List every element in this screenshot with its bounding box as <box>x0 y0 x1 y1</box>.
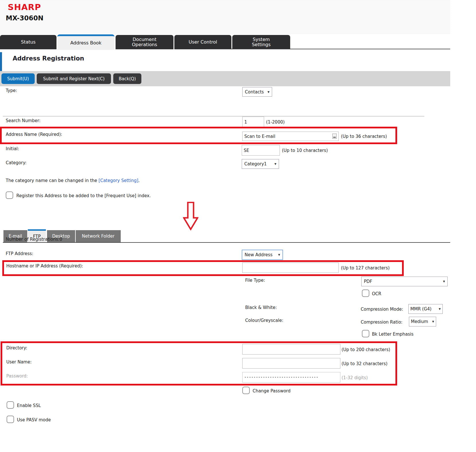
change-password-checkbox[interactable] <box>242 387 250 394</box>
frequent-use-label: Register this Address to be added to the… <box>16 193 151 198</box>
tab-system-settings[interactable]: System Settings <box>232 35 290 49</box>
initial-label: Initial: <box>6 146 19 151</box>
category-select-value: Category1 <box>244 161 267 167</box>
tab-document-operations[interactable]: Document Operations <box>116 35 173 49</box>
use-pasv-label: Use PASV mode <box>17 417 51 422</box>
input-assist-icon[interactable] <box>332 134 337 139</box>
change-password-label: Change Password <box>253 388 290 394</box>
page-title: Address Registration <box>13 55 84 62</box>
submit-button[interactable]: Submit(U) <box>1 73 35 84</box>
header <box>0 0 450 34</box>
use-pasv-checkbox[interactable] <box>7 416 14 423</box>
file-type-select[interactable]: PDF ▼ <box>361 277 448 286</box>
submit-and-register-next-button[interactable]: Submit and Register Next(C) <box>37 73 111 84</box>
bk-letter-emphasis-label: Bk Letter Emphasis <box>372 332 413 337</box>
tab-user-control[interactable]: User Control <box>174 35 231 49</box>
category-note: The category name can be changed in the … <box>6 178 140 183</box>
address-registration-page: SHARP MX-3060N Status Address Book Docum… <box>0 0 476 452</box>
hostname-label: Hostname or IP Address (Required): <box>6 263 83 269</box>
frequent-use-checkbox[interactable] <box>6 191 13 199</box>
password-input <box>242 372 340 383</box>
hostname-hint: (Up to 127 characters) <box>341 265 390 271</box>
black-white-label: Black & White: <box>245 305 277 310</box>
registrations-count-label: Number of Registrations:0 <box>6 237 62 242</box>
username-label: User Name: <box>6 359 32 365</box>
search-number-label: Search Number: <box>6 118 40 123</box>
compression-ratio-select[interactable]: Medium ▼ <box>409 317 436 326</box>
hostname-input[interactable] <box>242 263 339 273</box>
address-name-label: Address Name (Required): <box>6 132 62 137</box>
initial-hint: (Up to 10 characters) <box>282 148 328 153</box>
compression-mode-label: Compression Mode: <box>361 307 403 312</box>
directory-hint: (Up to 200 characters) <box>342 347 390 352</box>
password-hint: (1-32 digits) <box>342 375 368 380</box>
compression-ratio-label: Compression Ratio: <box>361 320 403 325</box>
enable-ssl-label: Enable SSL <box>17 403 41 408</box>
chevron-down-icon: ▼ <box>276 253 280 256</box>
ocr-label: OCR <box>372 291 381 296</box>
type-label: Type: <box>6 88 17 93</box>
address-name-input[interactable] <box>242 132 339 141</box>
colour-greyscale-label: Colour/Greyscale: <box>245 318 283 323</box>
type-select[interactable]: Contacts ▼ <box>242 87 272 97</box>
main-tab-bar: Status Address Book Document Operations … <box>0 34 450 49</box>
username-input[interactable] <box>242 358 340 369</box>
chevron-down-icon: ▼ <box>436 308 441 310</box>
chevron-down-icon: ▼ <box>430 320 434 323</box>
action-toolbar: Submit(U) Submit and Register Next(C) Ba… <box>0 71 450 86</box>
subtab-underline <box>3 242 450 243</box>
tab-status[interactable]: Status <box>0 35 56 49</box>
device-model: MX-3060N <box>6 14 44 22</box>
compression-mode-select[interactable]: MMR (G4) ▼ <box>408 304 443 314</box>
search-number-input[interactable] <box>242 117 264 127</box>
chevron-down-icon: ▼ <box>272 163 276 165</box>
back-button[interactable]: Back(Q) <box>113 73 141 84</box>
ftp-address-select[interactable]: New Address ▼ <box>242 250 283 260</box>
title-accent-bar <box>0 52 2 71</box>
tab-underline <box>206 49 450 49</box>
search-number-hint: (1-2000) <box>266 120 285 125</box>
ftp-address-label: FTP Address: <box>6 251 33 256</box>
section-divider <box>3 116 424 116</box>
category-label: Category: <box>6 160 26 165</box>
directory-input[interactable] <box>242 344 340 355</box>
ftp-address-select-value: New Address <box>245 252 272 257</box>
type-select-value: Contacts <box>245 89 264 95</box>
category-note-suffix: . <box>138 178 140 183</box>
category-setting-link[interactable]: [Category Setting] <box>99 178 138 183</box>
initial-input[interactable] <box>242 145 280 156</box>
chevron-down-icon: ▼ <box>441 280 445 283</box>
category-select[interactable]: Category1 ▼ <box>242 159 279 169</box>
compression-mode-value: MMR (G4) <box>410 306 432 312</box>
compression-ratio-value: Medium <box>411 319 428 324</box>
chevron-down-icon: ▼ <box>265 91 270 93</box>
subtab-network-folder[interactable]: Network Folder <box>76 230 121 242</box>
ocr-checkbox[interactable] <box>362 289 369 297</box>
enable-ssl-checkbox[interactable] <box>7 401 14 409</box>
address-name-hint: (Up to 36 characters) <box>341 134 387 139</box>
red-down-arrow-annotation <box>183 202 198 230</box>
sharp-logo: SHARP <box>8 2 41 12</box>
tab-address-book[interactable]: Address Book <box>57 34 114 50</box>
bk-letter-emphasis-checkbox[interactable] <box>362 330 369 337</box>
file-type-select-value: PDF <box>364 279 372 284</box>
password-label: Password: <box>6 373 28 379</box>
username-hint: (Up to 32 characters) <box>342 361 387 366</box>
file-type-label: File Type: <box>245 278 265 283</box>
category-note-prefix: The category name can be changed in the <box>6 178 99 183</box>
directory-label: Directory: <box>6 345 27 351</box>
